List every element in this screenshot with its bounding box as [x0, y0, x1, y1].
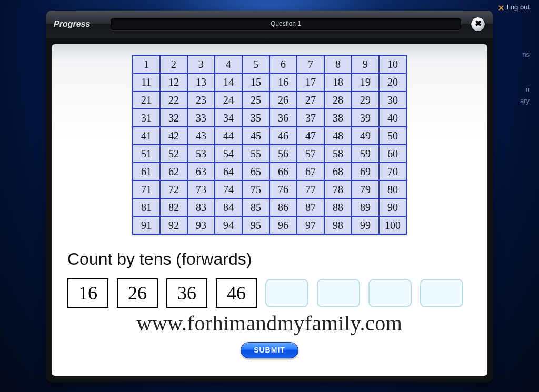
- hundred-cell: 75: [242, 180, 270, 198]
- hundred-cell: 95: [242, 216, 270, 234]
- hundred-cell: 52: [160, 145, 187, 163]
- hundred-cell: 62: [160, 163, 187, 180]
- hundred-cell: 74: [215, 180, 242, 198]
- progress-label: Question 1: [271, 20, 301, 27]
- hundred-cell: 24: [215, 91, 242, 109]
- hundred-cell: 73: [187, 180, 215, 198]
- hundred-cell: 45: [242, 127, 270, 145]
- hundred-cell: 89: [352, 198, 379, 216]
- hundred-cell: 4: [215, 55, 242, 73]
- hundred-cell: 79: [352, 180, 379, 198]
- close-icon: ✖: [475, 19, 482, 28]
- hundred-cell: 83: [187, 198, 215, 216]
- hundred-cell: 15: [242, 73, 270, 91]
- submit-button[interactable]: SUBMIT: [241, 342, 298, 358]
- hundred-cell: 20: [379, 73, 406, 91]
- logout-link[interactable]: Log out: [498, 2, 530, 13]
- hundred-cell: 63: [187, 163, 215, 180]
- hundred-cell: 26: [270, 91, 297, 109]
- hundred-cell: 42: [160, 127, 187, 145]
- hundred-cell: 92: [160, 216, 187, 234]
- logout-label: Log out: [507, 3, 530, 11]
- hundred-cell: 14: [215, 73, 242, 91]
- hundred-cell: 53: [187, 145, 215, 163]
- progress-bar: Question 1: [111, 18, 461, 30]
- hundred-cell: 17: [297, 73, 324, 91]
- submit-label: SUBMIT: [254, 346, 285, 354]
- hundred-cell: 60: [379, 145, 406, 163]
- hundred-cell: 90: [379, 198, 406, 216]
- question-modal: Progress Question 1 ✖ 123456789101112131…: [46, 11, 493, 382]
- modal-content: 1234567891011121314151617181920212223242…: [52, 44, 487, 376]
- hundred-chart-wrap: 1234567891011121314151617181920212223242…: [64, 55, 475, 235]
- hundred-cell: 6: [270, 55, 297, 73]
- hundred-cell: 71: [133, 180, 160, 198]
- hundred-cell: 10: [379, 55, 406, 73]
- answer-input[interactable]: [265, 279, 308, 307]
- answer-input[interactable]: [368, 279, 412, 307]
- hundred-cell: 81: [133, 198, 160, 216]
- close-x-icon: [498, 5, 504, 11]
- hundred-cell: 31: [133, 109, 160, 127]
- hundred-cell: 88: [324, 198, 352, 216]
- hundred-cell: 57: [297, 145, 324, 163]
- hundred-cell: 11: [133, 73, 160, 91]
- hundred-cell: 85: [242, 198, 270, 216]
- hundred-cell: 43: [187, 127, 215, 145]
- hundred-cell: 25: [242, 91, 270, 109]
- hundred-cell: 39: [352, 109, 379, 127]
- hundred-cell: 50: [379, 127, 406, 145]
- hundred-cell: 87: [297, 198, 324, 216]
- answer-input[interactable]: [420, 279, 463, 307]
- hundred-cell: 94: [215, 216, 242, 234]
- hundred-cell: 5: [242, 55, 270, 73]
- hundred-cell: 93: [187, 216, 215, 234]
- hundred-cell: 51: [133, 145, 160, 163]
- answer-input[interactable]: [317, 279, 360, 307]
- hundred-cell: 29: [352, 91, 379, 109]
- hundred-cell: 56: [270, 145, 297, 163]
- hundred-cell: 37: [297, 109, 324, 127]
- hundred-cell: 48: [324, 127, 352, 145]
- watermark-text: www.forhimandmyfamily.com: [64, 311, 475, 336]
- hundred-cell: 100: [379, 216, 406, 234]
- hundred-cell: 99: [352, 216, 379, 234]
- bg-text-fragment-1: ns: [498, 49, 530, 60]
- hundred-cell: 86: [270, 198, 297, 216]
- hundred-cell: 41: [133, 127, 160, 145]
- hundred-cell: 13: [187, 73, 215, 91]
- hundred-cell: 49: [352, 127, 379, 145]
- hundred-cell: 59: [352, 145, 379, 163]
- hundred-cell: 16: [270, 73, 297, 91]
- hundred-cell: 65: [242, 163, 270, 180]
- hundred-cell: 77: [297, 180, 324, 198]
- hundred-cell: 19: [352, 73, 379, 91]
- hundred-cell: 70: [379, 163, 406, 180]
- hundred-cell: 55: [242, 145, 270, 163]
- hundred-cell: 7: [297, 55, 324, 73]
- hundred-cell: 84: [215, 198, 242, 216]
- hundred-cell: 78: [324, 180, 352, 198]
- hundred-cell: 18: [324, 73, 352, 91]
- hundred-cell: 35: [242, 109, 270, 127]
- hundred-cell: 68: [324, 163, 352, 180]
- hundred-cell: 47: [297, 127, 324, 145]
- hundred-cell: 3: [187, 55, 215, 73]
- bg-text-fragment-2: n: [498, 84, 530, 95]
- background-nav: Log out ns n ary: [498, 2, 530, 106]
- hundred-cell: 67: [297, 163, 324, 180]
- modal-titlebar: Progress Question 1 ✖: [46, 11, 493, 38]
- hundred-cell: 32: [160, 109, 187, 127]
- hundred-cell: 66: [270, 163, 297, 180]
- hundred-cell: 12: [160, 73, 187, 91]
- hundred-cell: 21: [133, 91, 160, 109]
- question-prompt: Count by tens (forwards): [67, 249, 475, 269]
- hundred-cell: 91: [133, 216, 160, 234]
- hundred-cell: 54: [215, 145, 242, 163]
- given-number: 36: [166, 278, 207, 308]
- hundred-cell: 58: [324, 145, 352, 163]
- hundred-cell: 2: [160, 55, 187, 73]
- close-button[interactable]: ✖: [471, 17, 485, 32]
- hundred-cell: 9: [352, 55, 379, 73]
- answer-row: 16263646: [67, 278, 475, 308]
